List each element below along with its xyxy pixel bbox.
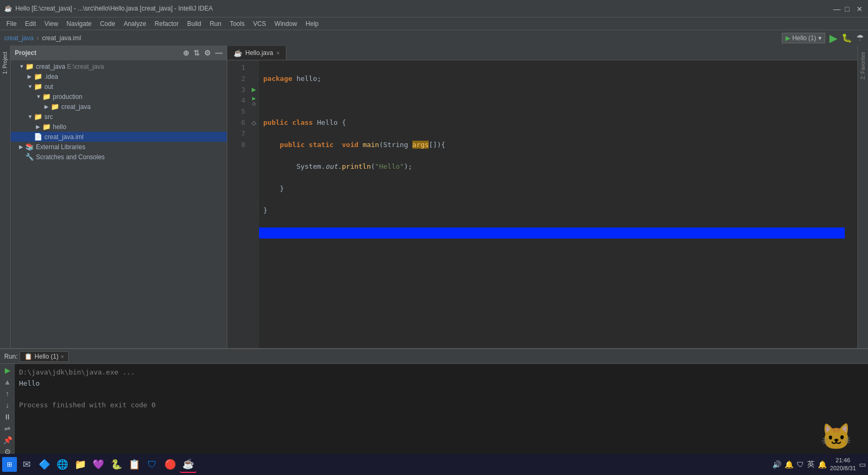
folder-icon: 📁	[34, 83, 42, 90]
debug-button[interactable]: 🐛	[842, 33, 852, 43]
run-again-btn[interactable]: ▶	[2, 366, 13, 374]
systray-lang[interactable]: 英	[807, 460, 815, 469]
systray-shield[interactable]: 🛡	[797, 460, 804, 469]
menu-refactor[interactable]: Refactor	[151, 17, 183, 30]
taskbar-explorer[interactable]: 📁	[72, 456, 89, 473]
menu-view[interactable]: View	[40, 17, 62, 30]
taskbar-idea-active[interactable]: ☕	[180, 456, 197, 473]
systray-network[interactable]: 🔊	[772, 460, 781, 469]
tree-label: creat_java.iml	[44, 133, 84, 141]
console-line-4: Process finished with exit code 0	[19, 400, 800, 411]
window-controls: — □ ✕	[833, 5, 864, 12]
breadcrumb-file[interactable]: creat_java.iml	[42, 34, 81, 42]
favorites-panel-label[interactable]: 2: Favorites	[859, 50, 867, 81]
maximize-btn[interactable]: □	[845, 5, 852, 12]
stop-btn[interactable]: ▲	[2, 378, 13, 386]
taskbar-shield[interactable]: 🛡	[144, 456, 161, 473]
window-title: Hello [E:\creat_java] - ...\src\hello\He…	[15, 5, 213, 12]
project-header: Project ⊕ ⇅ ⚙ —	[11, 45, 227, 60]
tab-close-btn[interactable]: ×	[276, 50, 280, 56]
tree-item-ext-libs[interactable]: ▶ 📚 External Libraries	[11, 142, 227, 152]
taskbar-mail[interactable]: ✉	[18, 456, 35, 473]
scroll-down-btn[interactable]: ↓	[2, 401, 13, 409]
bottom-panel: Run: 📋 Hello (1) × ▶ ▲ ↑ ↓ ⏸ ⇌ 📌 ⚙ 🗑 📍 D…	[0, 348, 868, 454]
systray-volume[interactable]: 🔔	[784, 460, 793, 469]
settings-icon[interactable]: ⚙	[204, 49, 211, 57]
gutter-5	[248, 106, 259, 117]
gutter-8	[248, 140, 259, 151]
taskbar-git[interactable]: 📋	[126, 456, 143, 473]
close-btn[interactable]: ✕	[856, 5, 864, 12]
gutter-2	[248, 74, 259, 85]
menu-file[interactable]: File	[2, 17, 21, 30]
java-file-icon: ☕	[234, 49, 242, 57]
taskbar-chrome[interactable]: 🌐	[54, 456, 71, 473]
gutter-run-3[interactable]: ▶	[248, 85, 259, 96]
menu-window[interactable]: Window	[270, 17, 301, 30]
tree-arrow: ▶	[27, 74, 34, 79]
menu-vcs[interactable]: VCS	[249, 17, 271, 30]
folder-icon: 📁	[34, 113, 42, 121]
taskbar: ⊞ ✉ 🔷 🌐 📁 💜 🐍 📋 🛡 🔴 ☕ 🔊 🔔 🛡 英 🔔 21:46 20…	[0, 454, 868, 475]
tree-item-creat-java[interactable]: ▼ 📁 creat_java E:\creat_java	[11, 61, 227, 71]
menu-code[interactable]: Code	[96, 17, 119, 30]
tree-item-idea[interactable]: ▶ 📁 .idea	[11, 71, 227, 81]
folder-icon: 📁	[25, 62, 34, 70]
taskbar-pycharm[interactable]: 🐍	[108, 456, 125, 473]
add-icon[interactable]: ⊕	[183, 49, 189, 57]
editor-right-strip	[853, 60, 857, 348]
tree-item-src[interactable]: ▼ 📁 src	[11, 112, 227, 122]
taskbar-clock[interactable]: 21:46 2020/8/31	[830, 456, 856, 473]
run-tab-close[interactable]: ×	[61, 353, 64, 360]
coverage-button[interactable]: ☂	[856, 33, 864, 43]
breadcrumb-project[interactable]: creat_java	[4, 34, 33, 42]
settings-btn[interactable]: ⚙	[2, 447, 13, 454]
tree-item-scratches[interactable]: 🔧 Scratches and Consoles	[11, 152, 227, 162]
tree-item-production[interactable]: ▼ 📁 production	[11, 92, 227, 102]
taskbar-vs[interactable]: 💜	[90, 456, 107, 473]
taskbar-idea[interactable]: 🔴	[162, 456, 179, 473]
title-bar: ☕ Hello [E:\creat_java] - ...\src\hello\…	[0, 0, 868, 17]
taskbar-search[interactable]: 🔷	[36, 456, 53, 473]
code-editor: 1 2 3 4 5 6 7 8 ▶ ▶ ◇ ◇	[227, 60, 857, 348]
menu-edit[interactable]: Edit	[21, 17, 40, 30]
tree-item-iml[interactable]: 📄 creat_java.iml	[11, 132, 227, 142]
tree-item-out[interactable]: ▼ 📁 out	[11, 81, 227, 92]
main-area: 1: Project Project ⊕ ⇅ ⚙ — ▼ 📁 creat_jav…	[0, 45, 868, 348]
menu-build[interactable]: Build	[183, 17, 206, 30]
run-config-selector[interactable]: ▶ Hello (1) ▾	[782, 33, 825, 43]
tab-hello-java[interactable]: ☕ Hello.java ×	[227, 46, 287, 60]
menu-navigate[interactable]: Navigate	[62, 17, 96, 30]
tree-item-hello[interactable]: ▶ 📁 hello	[11, 122, 227, 132]
run-button[interactable]: ▶	[829, 32, 837, 44]
tree-item-production-creat-java[interactable]: ▶ 📁 creat_java	[11, 102, 227, 112]
systray-notifications[interactable]: 🔔	[818, 460, 827, 469]
tree-arrow: ▼	[27, 84, 34, 89]
show-desktop-btn[interactable]: ▭	[859, 460, 866, 469]
menu-run[interactable]: Run	[206, 17, 226, 30]
menu-tools[interactable]: Tools	[226, 17, 249, 30]
project-panel: Project ⊕ ⇅ ⚙ — ▼ 📁 creat_java E:\creat_…	[11, 45, 227, 348]
minimize-btn[interactable]: —	[833, 5, 841, 12]
wrap-btn[interactable]: ⇌	[2, 424, 13, 433]
code-content[interactable]: package hello; public class Hello { publ…	[259, 60, 853, 348]
editor-tab-bar: ☕ Hello.java ×	[227, 45, 857, 60]
run-tab-hello[interactable]: 📋 Hello (1) ×	[20, 351, 69, 362]
project-header-icons: ⊕ ⇅ ⚙ —	[183, 49, 223, 57]
tree-label: out	[44, 83, 53, 90]
taskbar-start[interactable]: ⊞	[2, 457, 17, 472]
menu-help[interactable]: Help	[301, 17, 323, 30]
library-icon: 📚	[25, 143, 34, 151]
pin-btn[interactable]: 📌	[2, 436, 13, 444]
console-left-strip: ▶ ▲ ↑ ↓ ⏸ ⇌ 📌 ⚙ 🗑 📍	[0, 364, 15, 454]
sort-icon[interactable]: ⇅	[193, 49, 200, 57]
run-icon-4[interactable]: ▶	[252, 96, 256, 101]
run-tab-label: Hello (1)	[34, 353, 58, 360]
menu-analyze[interactable]: Analyze	[119, 17, 151, 30]
minimize-panel-icon[interactable]: —	[215, 49, 223, 57]
scroll-up-btn[interactable]: ↑	[2, 389, 13, 398]
console-area: ▶ ▲ ↑ ↓ ⏸ ⇌ 📌 ⚙ 🗑 📍 D:\java\jdk\bin\java…	[0, 364, 868, 454]
project-panel-label[interactable]: 1: Project	[1, 50, 9, 76]
console-line-3	[19, 389, 800, 400]
pause-btn[interactable]: ⏸	[2, 413, 13, 421]
